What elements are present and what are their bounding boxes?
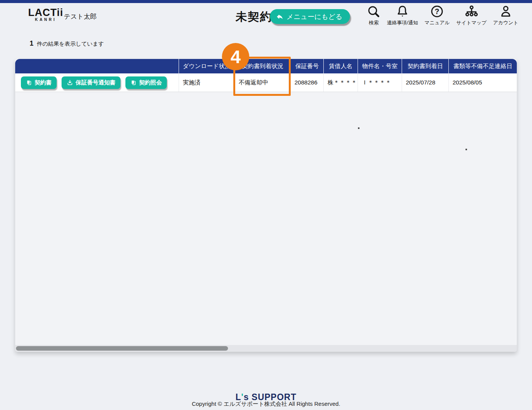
property-name-cell: Ｉ＊＊＊＊ <box>358 73 402 92</box>
table-header-row: ダウンロード状況 契約書到着状況 保証番号 賃借人名 物件名・号室 契約書到着日… <box>15 59 517 73</box>
column-header-actions <box>15 59 179 73</box>
artifact-dot <box>358 127 359 129</box>
contract-document-button[interactable]: 契約書 <box>21 76 57 89</box>
contract-inquiry-label: 契約照会 <box>139 79 162 86</box>
nav-account-label: アカウント <box>493 19 518 26</box>
results-summary: 1 件の結果を表示しています <box>30 40 104 48</box>
nav-search-label: 検索 <box>369 19 378 26</box>
column-header-contract-arrival-status: 契約書到着状況 <box>234 59 290 73</box>
app-logo[interactable]: LACTii KANRI <box>28 8 63 22</box>
document-icon <box>130 79 137 86</box>
copyright-text: Copyright © エルズサポート株式会社 All Rights Reser… <box>0 400 532 408</box>
guarantee-number-notice-label: 保証番号通知書 <box>76 79 116 86</box>
table-row: 契約書 保証番号通知書 契約照会 実施済 不備返却中 2088286 株＊＊＊＊… <box>15 73 517 92</box>
column-header-download-status: ダウンロード状況 <box>179 59 234 73</box>
nav-manual-label: マニュアル <box>424 19 450 26</box>
question-icon: ? <box>430 5 444 18</box>
artifact-dot <box>466 149 467 150</box>
bell-icon <box>396 5 409 18</box>
column-header-arrival-date: 契約書到着日 <box>402 59 448 73</box>
top-accent-bar <box>0 0 532 3</box>
results-count: 1 <box>30 40 33 48</box>
back-arrow-icon <box>276 13 283 21</box>
app-logo-main: LACTii <box>28 8 63 17</box>
back-to-menu-label: メニューにもどる <box>287 12 342 21</box>
column-header-deficiency-date: 書類等不備不足連絡日 <box>448 59 517 73</box>
tenant-name-cell: 株＊＊＊＊ <box>323 73 358 92</box>
nav-sitemap-label: サイトマップ <box>456 19 487 26</box>
guarantee-number-notice-button[interactable]: 保証番号通知書 <box>62 76 120 89</box>
search-icon <box>367 5 380 18</box>
nav-sitemap[interactable]: サイトマップ <box>456 5 487 26</box>
guarantee-number-cell: 2088286 <box>290 73 323 92</box>
back-to-menu-button[interactable]: メニューにもどる <box>270 9 350 24</box>
account-icon <box>499 5 513 18</box>
column-header-property-name: 物件名・号室 <box>358 59 402 73</box>
user-name: テスト太郎 <box>64 12 97 21</box>
svg-text:?: ? <box>435 7 439 16</box>
header-nav: 検索 連絡事項/通知 ? マニュアル サイトマップ アカウント <box>367 5 518 26</box>
arrival-date-cell: 2025/07/28 <box>402 73 448 92</box>
nav-account[interactable]: アカウント <box>493 5 518 26</box>
nav-search[interactable]: 検索 <box>367 5 380 26</box>
column-header-guarantee-number: 保証番号 <box>290 59 323 73</box>
contract-arrival-status-cell: 不備返却中 <box>234 73 290 92</box>
horizontal-scrollbar-thumb[interactable] <box>16 346 228 351</box>
contracts-panel: ダウンロード状況 契約書到着状況 保証番号 賃借人名 物件名・号室 契約書到着日… <box>15 59 517 352</box>
results-text: 件の結果を表示しています <box>37 40 104 48</box>
document-icon <box>26 79 32 86</box>
contract-inquiry-button[interactable]: 契約照会 <box>125 76 167 89</box>
download-status-cell: 実施済 <box>179 73 234 92</box>
row-actions-cell: 契約書 保証番号通知書 契約照会 <box>15 73 179 92</box>
deficiency-date-cell: 2025/08/05 <box>448 73 517 92</box>
nav-notifications-label: 連絡事項/通知 <box>387 19 418 26</box>
nav-notifications[interactable]: 連絡事項/通知 <box>387 5 418 26</box>
contract-document-label: 契約書 <box>35 79 52 86</box>
horizontal-scrollbar-track <box>15 345 517 352</box>
sitemap-icon <box>465 5 478 18</box>
download-icon <box>66 79 73 86</box>
column-header-tenant-name: 賃借人名 <box>323 59 358 73</box>
nav-manual[interactable]: ? マニュアル <box>424 5 450 26</box>
